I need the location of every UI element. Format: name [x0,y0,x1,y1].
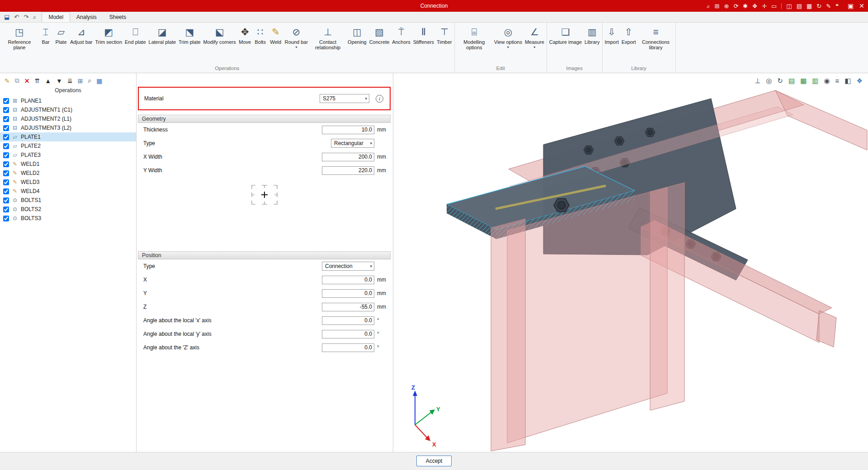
tree-item[interactable]: ✎ WELD4 [0,187,136,196]
titlebar-view-icon[interactable]: ↻ [816,3,821,9]
material-select[interactable]: S275 ▾ [320,94,369,103]
tree-item[interactable]: ⊞ PLANE1 [0,96,136,105]
accept-button[interactable]: Accept [416,456,452,466]
tree-toolbar-icon[interactable]: ▦ [96,77,102,85]
tree-item[interactable]: ⊙ BOLTS2 [0,205,136,214]
position-x-input[interactable] [322,276,374,284]
ribbon-button[interactable]: ▱ Plate ▾ [53,24,69,45]
ribbon-button[interactable]: ❏ Capture image ▾ [548,24,583,45]
tree-item[interactable]: ✎ WELD2 [0,169,136,178]
position-y-input[interactable] [322,289,374,298]
window-control-icon[interactable]: ▣ [848,3,854,9]
ribbon-button[interactable]: ⊘ Round bar ▾ [283,24,309,49]
ribbon-button[interactable]: ⊿ Adjust bar ▾ [69,24,94,45]
position-type-select[interactable]: Connection ▾ [322,262,374,271]
tree-item[interactable]: ✎ WELD1 [0,160,136,169]
ribbon-button[interactable]: ◪ Lateral plate ▾ [147,24,178,45]
ribbon-button[interactable]: ⬕ Modify corners ▾ [202,24,237,45]
tree-item-checkbox[interactable] [3,161,9,167]
info-icon[interactable]: i [376,95,383,103]
tree-item[interactable]: ▱ PLATE1 [0,132,136,141]
tree-item-checkbox[interactable] [3,197,9,203]
tree-item[interactable]: ▱ PLATE2 [0,141,136,150]
window-control-icon[interactable]: ✕ [859,3,864,9]
geometry-section-header[interactable]: Geometry [138,115,391,123]
tree-item-checkbox[interactable] [3,216,9,221]
tree-toolbar-icon[interactable]: ⌕ [88,77,91,85]
tree-item-checkbox[interactable] [3,188,9,194]
titlebar-view-icon[interactable]: ▤ [797,3,802,9]
ribbon-tab[interactable]: Analysis [70,12,103,22]
ribbon-button[interactable]: ⇧ Export ▾ [620,24,637,45]
titlebar-view-icon[interactable]: ✎ [826,3,831,9]
tree-toolbar-icon[interactable]: ▲ [45,77,51,85]
tree-item-checkbox[interactable] [3,134,9,140]
position-section-header[interactable]: Position [138,251,391,259]
ribbon-button[interactable]: ◳ Reference plane ▾ [1,24,38,50]
tree-toolbar-icon[interactable]: ⇈ [34,77,40,85]
ribbon-button[interactable]: ◎ View options ▾ [493,24,524,49]
ribbon-button[interactable]: ∷ Bolts ▾ [253,24,268,45]
viewport-toolbar-icon[interactable]: ▥ [812,77,818,85]
tree-item[interactable]: ⊙ BOLTS3 [0,214,136,223]
tree-toolbar-icon[interactable]: ⇊ [67,77,73,85]
tree-item-checkbox[interactable] [3,170,9,176]
ribbon-button[interactable]: ≡ Connections library ▾ [637,24,675,50]
viewport-toolbar-icon[interactable]: ◧ [844,77,851,85]
3d-viewport[interactable]: ⊥◎↻▤▦▥◉≡◧❖ [393,73,868,452]
tree-item-checkbox[interactable] [3,98,9,104]
y-width-input[interactable] [322,166,374,175]
quick-access-icon[interactable]: ↶ [14,14,19,20]
tree-item[interactable]: ✎ WELD3 [0,178,136,187]
quick-access-icon[interactable]: ↷ [24,14,28,20]
titlebar-view-icon[interactable]: ◫ [786,3,792,9]
tree-toolbar-icon[interactable]: ✕ [24,77,30,85]
ribbon-button[interactable]: ⊤ Timber ▾ [435,24,453,45]
plate-alignment-widget[interactable] [138,177,391,207]
tree-toolbar-icon[interactable]: ✎ [5,77,10,85]
ribbon-button[interactable]: ∠ Measure ▾ [524,24,546,49]
ribbon-button[interactable]: ◩ Trim section ▾ [94,24,124,45]
viewport-toolbar-icon[interactable]: ◎ [766,77,772,85]
titlebar-view-icon[interactable]: ▦ [807,3,812,9]
quick-access-icon[interactable]: ⬓ [4,14,9,20]
tree-item-checkbox[interactable] [3,143,9,149]
ribbon-button[interactable]: ◫ Opening ▾ [346,24,368,45]
tree-toolbar-icon[interactable]: ▼ [56,77,62,85]
x-width-input[interactable] [322,153,374,161]
tree-toolbar-icon[interactable]: ⧉ [15,77,19,85]
tree-item-checkbox[interactable] [3,179,9,185]
angle-y-input[interactable] [322,330,374,338]
titlebar-view-icon[interactable]: ❝ [835,3,839,9]
titlebar-view-icon[interactable]: ⊕ [724,3,729,9]
ribbon-button[interactable]: Ⅱ Stiffeners ▾ [412,24,435,45]
position-z-input[interactable] [322,303,374,311]
ribbon-button[interactable]: ⌸ Modelling options ▾ [456,24,493,50]
viewport-toolbar-icon[interactable]: ▦ [800,77,807,85]
tree-item[interactable]: ⊟ ADJUSTMENT1 (C1) [0,105,136,114]
tree-item-checkbox[interactable] [3,152,9,158]
viewport-toolbar-icon[interactable]: ❖ [857,77,863,85]
tree-item[interactable]: ⊙ BOLTS1 [0,196,136,205]
viewport-toolbar-icon[interactable]: ↻ [777,77,783,85]
ribbon-button[interactable]: ✥ Move ▾ [237,24,253,45]
ribbon-button[interactable]: ⇩ Import ▾ [604,24,620,45]
titlebar-view-icon[interactable]: ⟳ [733,3,738,9]
tree-item-checkbox[interactable] [3,207,9,212]
titlebar-view-icon[interactable]: ✱ [743,3,748,9]
ribbon-button[interactable]: ▥ Library ▾ [583,24,601,45]
viewport-toolbar-icon[interactable]: ▤ [788,77,795,85]
titlebar-view-icon[interactable]: ⌕ [707,3,710,9]
ribbon-tab[interactable]: Sheets [103,12,132,22]
quick-access-icon[interactable]: ⌕ [33,14,36,21]
viewport-toolbar-icon[interactable]: ◉ [824,77,830,85]
titlebar-view-icon[interactable]: ⊞ [715,3,720,9]
tree-item-checkbox[interactable] [3,125,9,131]
ribbon-button[interactable]: ⍑ Anchors ▾ [391,24,411,45]
tree-item-checkbox[interactable] [3,116,9,122]
viewport-toolbar-icon[interactable]: ⊥ [755,77,760,85]
ribbon-button[interactable]: ⌶ Bar ▾ [38,24,53,45]
tree-item[interactable]: ▱ PLATE3 [0,150,136,160]
tree-item[interactable]: ⊟ ADJUSTMENT3 (L2) [0,123,136,132]
thickness-input[interactable] [322,126,374,134]
